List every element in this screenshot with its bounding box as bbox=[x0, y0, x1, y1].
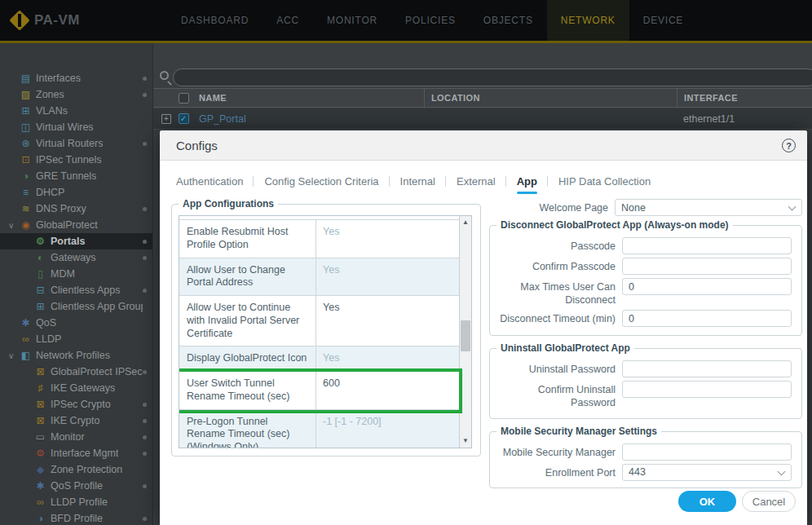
logo-text: PA-VM bbox=[34, 12, 80, 29]
sidebar-item-label: Monitor bbox=[51, 431, 85, 443]
scroll-down-icon[interactable]: ▼ bbox=[460, 435, 471, 447]
sidebar-item[interactable]: ◑ BFD Profile bbox=[0, 510, 152, 525]
sidebar-item-label: VLANs bbox=[36, 105, 68, 117]
config-row[interactable]: Display GlobalProtect Icon Yes bbox=[179, 346, 459, 372]
sidebar-item[interactable]: ⊟ Clientless Apps bbox=[0, 282, 152, 298]
sidebar-item-label: Network Profiles bbox=[36, 350, 110, 361]
nav-tab[interactable]: DEVICE bbox=[629, 0, 697, 41]
sidebar-item[interactable]: ∞ LLDP bbox=[0, 331, 152, 347]
config-row[interactable]: Allow User to Continue with Invalid Port… bbox=[179, 296, 459, 346]
config-setting-value[interactable]: Yes bbox=[316, 220, 459, 258]
row-checkbox[interactable]: ✓ bbox=[179, 113, 189, 124]
field-input[interactable] bbox=[622, 443, 792, 461]
field-input[interactable] bbox=[622, 258, 792, 275]
chevron-down-icon[interactable]: ∨ bbox=[8, 221, 19, 230]
dialog-tab[interactable]: External bbox=[457, 175, 496, 188]
column-location[interactable]: LOCATION bbox=[424, 89, 677, 107]
sidebar-item-label: Zones bbox=[36, 89, 64, 100]
nav-tab[interactable]: MONITOR bbox=[313, 0, 391, 41]
sidebar-item[interactable]: ▤ Interfaces bbox=[0, 70, 152, 86]
select-all-checkbox[interactable] bbox=[179, 93, 189, 104]
sidebar-item[interactable]: ♯ IKE Gateways bbox=[0, 380, 152, 396]
status-dot bbox=[143, 403, 147, 407]
form-field-row: Enrollment Port bbox=[496, 464, 792, 481]
portal-name-link[interactable]: GP_Portal bbox=[196, 113, 424, 125]
nav-tab[interactable]: OBJECTS bbox=[470, 0, 547, 41]
scrollbar[interactable]: ▲ ▼ bbox=[459, 216, 471, 448]
field-input[interactable] bbox=[622, 464, 792, 481]
config-setting-value[interactable]: 600 bbox=[316, 372, 459, 409]
field-control bbox=[622, 381, 792, 398]
chevron-down-icon[interactable]: ∨ bbox=[8, 351, 19, 360]
sidebar-item[interactable]: ◆ Zone Protection bbox=[0, 461, 152, 478]
nav-tab[interactable]: DASHBOARD bbox=[167, 0, 263, 41]
sidebar-item[interactable]: ∞ LLDP Profile bbox=[0, 494, 152, 510]
sidebar-item[interactable]: ⊡ IPSec Tunnels bbox=[0, 152, 152, 168]
config-row[interactable]: Enable Resubmit Host Profile Option Yes bbox=[179, 220, 459, 258]
sidebar-item[interactable]: ⊛ Virtual Routers bbox=[0, 135, 152, 152]
help-icon[interactable]: ? bbox=[782, 139, 796, 152]
sidebar-item[interactable]: ⊞ VLANs bbox=[0, 103, 152, 119]
sidebar-item[interactable]: ◑ GRE Tunnels bbox=[0, 168, 152, 184]
dialog-tab[interactable]: Internal bbox=[400, 175, 435, 188]
config-setting-value[interactable]: Yes bbox=[316, 296, 459, 346]
status-dot bbox=[143, 93, 147, 97]
sidebar-item[interactable]: ▭ Monitor bbox=[0, 429, 152, 445]
field-input[interactable] bbox=[622, 381, 792, 398]
nav-tab[interactable]: POLICIES bbox=[391, 0, 470, 41]
sidebar-item[interactable]: ▯ MDM bbox=[0, 266, 152, 282]
sidebar-item[interactable]: ⚙ Interface Mgmt bbox=[0, 445, 152, 461]
sidebar-item[interactable]: ⊠ IPSec Crypto bbox=[0, 396, 152, 412]
config-row[interactable]: Allow User to Change Portal Address Yes bbox=[179, 258, 459, 297]
search-input[interactable] bbox=[173, 68, 812, 86]
welcome-page-value[interactable] bbox=[615, 199, 802, 216]
sidebar-item[interactable]: ◐ Gateways bbox=[0, 249, 152, 266]
field-input[interactable] bbox=[622, 278, 792, 295]
sidebar-item-label: Interface Mgmt bbox=[51, 448, 118, 459]
dialog-tab[interactable]: App bbox=[517, 175, 537, 188]
dialog-tabs: Authentication Config Selection Criteria… bbox=[176, 170, 651, 192]
sidebar-item-label: GlobalProtect IPSec Crypto bbox=[51, 366, 143, 377]
config-setting-value[interactable]: Yes bbox=[316, 258, 459, 296]
sidebar-item-icon: ∞ bbox=[33, 496, 47, 508]
sidebar-item[interactable]: ∨ ◧ Network Profiles bbox=[0, 347, 152, 364]
nav-tab[interactable]: NETWORK bbox=[547, 0, 629, 41]
field-input[interactable] bbox=[622, 237, 792, 254]
sidebar-item[interactable]: ⊠ IKE Crypto bbox=[0, 412, 152, 429]
config-setting-value[interactable]: Yes bbox=[316, 346, 459, 371]
sidebar-item[interactable]: ∨ ◉ GlobalProtect bbox=[0, 217, 152, 233]
column-interface[interactable]: INTERFACE bbox=[677, 89, 812, 107]
column-name[interactable]: NAME bbox=[196, 93, 424, 103]
form-field-row: Max Times User Can Disconnect bbox=[496, 278, 792, 307]
cancel-button[interactable]: Cancel bbox=[742, 491, 796, 512]
config-row[interactable]: Pre-Logon Tunnel Rename Timeout (sec) (W… bbox=[179, 410, 459, 449]
expand-row-icon[interactable]: + bbox=[161, 114, 171, 124]
dialog-tab[interactable]: Authentication bbox=[176, 175, 243, 188]
config-row[interactable]: User Switch Tunnel Rename Timeout (sec) … bbox=[179, 372, 459, 410]
scroll-up-icon[interactable]: ▲ bbox=[460, 217, 471, 228]
nav-tab[interactable]: ACC bbox=[263, 0, 313, 41]
sidebar-item[interactable]: ≋ DNS Proxy bbox=[0, 201, 152, 217]
sidebar-item[interactable]: ◫ Virtual Wires bbox=[0, 119, 152, 135]
table-row[interactable]: + ✓ GP_Portal ethernet1/1 bbox=[153, 108, 812, 130]
sidebar-item[interactable]: ✱ QoS bbox=[0, 315, 152, 331]
sidebar-item[interactable]: ✱ QoS Profile bbox=[0, 478, 152, 494]
sidebar-item[interactable]: ▨ Zones bbox=[0, 86, 152, 103]
sidebar-item[interactable]: ⊠ GlobalProtect IPSec Crypto bbox=[0, 364, 152, 380]
scrollbar-thumb[interactable] bbox=[461, 320, 470, 351]
config-setting-value[interactable]: -1 [-1 - 7200] bbox=[316, 410, 459, 449]
status-dot bbox=[143, 435, 147, 439]
sidebar-item-icon: ◑ bbox=[19, 170, 33, 182]
dialog-tab[interactable]: Config Selection Criteria bbox=[264, 175, 378, 188]
sidebar-item[interactable]: ≡ DHCP bbox=[0, 184, 152, 201]
dialog-tab[interactable]: HIP Data Collection bbox=[558, 175, 651, 188]
sidebar-item[interactable]: ⊞ Clientless App Groups bbox=[0, 298, 152, 315]
sidebar-item[interactable]: ⚙ Portals bbox=[0, 233, 152, 249]
ok-button[interactable]: OK bbox=[678, 491, 736, 512]
field-input[interactable] bbox=[622, 360, 792, 377]
field-input[interactable] bbox=[622, 310, 792, 327]
app-settings-column: Welcome Page Disconnect GlobalProtect Ap… bbox=[489, 199, 802, 501]
fieldset-legend: Mobile Security Manager Settings bbox=[496, 426, 661, 437]
sidebar-item-icon: ◧ bbox=[19, 350, 33, 361]
welcome-page-select[interactable] bbox=[615, 199, 802, 216]
